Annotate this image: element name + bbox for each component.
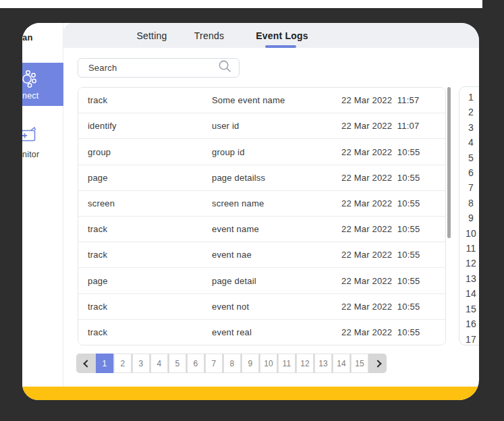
cell-name: event nae: [212, 250, 341, 260]
cell-name: user id: [212, 121, 341, 131]
line-number: 14: [459, 286, 479, 301]
line-number: 8: [459, 196, 479, 210]
table-row[interactable]: trackevent nae22 Mar 2022 10:55: [78, 242, 445, 268]
search-placeholder: Search: [88, 63, 218, 73]
pagination-page-12[interactable]: 12: [296, 354, 314, 373]
line-number: 6: [459, 165, 479, 180]
cell-type: track: [88, 95, 212, 105]
cell-name: Some event name: [212, 95, 341, 105]
line-number: 10: [459, 226, 479, 241]
chevron-right-icon: [374, 360, 381, 367]
table-row[interactable]: identifyuser id22 Mar 2022 11:07: [78, 113, 445, 139]
line-number: 7: [459, 180, 479, 195]
cell-date: 22 Mar 2022 10:55: [341, 224, 420, 234]
cell-date: 22 Mar 2022 11:57: [341, 95, 419, 105]
table-row[interactable]: screenscreen name22 Mar 2022 10:55: [78, 191, 445, 217]
table-row[interactable]: pagepage detailss22 Mar 2022 10:55: [78, 165, 445, 191]
cell-type: group: [88, 147, 212, 157]
sidebar: an nect nitor: [22, 23, 63, 387]
tab-bar: Setting Trends Event Logs: [63, 23, 479, 48]
line-number-panel: 1234567891011121314151617: [459, 86, 479, 345]
pagination-page-9[interactable]: 9: [242, 354, 259, 373]
monitor-plus-icon: [22, 125, 38, 147]
line-number: 2: [459, 105, 479, 119]
table-scrollbar-thumb[interactable]: [447, 87, 451, 238]
cell-name: event not: [212, 302, 341, 312]
line-number: 4: [459, 135, 479, 150]
sidebar-item-label: nitor: [22, 150, 39, 159]
brand-text: an: [22, 32, 33, 43]
line-number: 5: [459, 150, 479, 165]
table-row[interactable]: trackevent name22 Mar 2022 10:55: [78, 217, 445, 242]
pagination-page-11[interactable]: 11: [278, 354, 296, 373]
pagination: 123456789101112131415: [76, 354, 387, 373]
cell-type: identify: [88, 121, 212, 131]
pagination-page-3[interactable]: 3: [132, 354, 150, 373]
cell-name: event real: [212, 327, 341, 337]
tab-setting[interactable]: Setting: [137, 30, 167, 41]
pagination-page-1[interactable]: 1: [96, 354, 113, 373]
cell-name: event name: [212, 224, 341, 234]
pagination-page-4[interactable]: 4: [150, 354, 168, 373]
pagination-pages: 123456789101112131415: [96, 354, 368, 373]
pagination-page-8[interactable]: 8: [223, 354, 241, 373]
tab-trends[interactable]: Trends: [194, 30, 224, 41]
cell-type: track: [88, 327, 212, 337]
search-input[interactable]: Search: [78, 58, 240, 78]
tab-event-logs[interactable]: Event Logs: [256, 30, 308, 41]
cell-name: screen name: [212, 198, 341, 208]
search-icon: [218, 59, 232, 76]
app-window: an nect nitor: [22, 23, 479, 400]
footer-accent-bar: [22, 387, 479, 400]
cell-date: 22 Mar 2022 10:55: [341, 250, 420, 260]
line-number: 16: [459, 316, 479, 331]
frame-notch: [482, 0, 504, 9]
table-row[interactable]: trackSome event name22 Mar 2022 11:57: [78, 88, 445, 113]
pagination-page-2[interactable]: 2: [114, 354, 132, 373]
pagination-next-button[interactable]: [369, 354, 387, 373]
pagination-page-15[interactable]: 15: [351, 354, 368, 373]
sidebar-item-monitor[interactable]: nitor: [22, 123, 63, 165]
line-number: 17: [459, 332, 479, 346]
pagination-prev-button[interactable]: [76, 354, 95, 373]
line-number: 3: [459, 120, 479, 135]
cell-type: track: [88, 224, 212, 234]
cell-type: page: [88, 173, 212, 183]
line-number: 9: [459, 210, 479, 225]
pagination-page-14[interactable]: 14: [333, 354, 350, 373]
pagination-page-13[interactable]: 13: [314, 354, 332, 373]
line-number: 13: [459, 271, 479, 286]
pagination-page-7[interactable]: 7: [205, 354, 223, 373]
cell-type: screen: [88, 198, 212, 208]
pagination-page-10[interactable]: 10: [260, 354, 277, 373]
cell-date: 22 Mar 2022 10:55: [341, 147, 420, 157]
cell-type: page: [88, 276, 212, 286]
cell-type: track: [88, 302, 212, 312]
line-number: 11: [459, 241, 479, 256]
cell-date: 22 Mar 2022 10:55: [341, 173, 420, 183]
cell-date: 22 Mar 2022 10:55: [341, 276, 420, 286]
cell-name: page detailss: [212, 173, 341, 183]
line-number: 1: [459, 90, 479, 105]
cell-date: 22 Mar 2022 10:55: [341, 302, 420, 312]
chevron-left-icon: [83, 360, 90, 367]
line-number: 15: [459, 302, 479, 316]
cell-date: 22 Mar 2022 10:55: [341, 198, 420, 208]
hub-icon: [22, 67, 41, 93]
active-tab-underline: [265, 45, 296, 48]
pagination-page-6[interactable]: 6: [187, 354, 204, 373]
table-row[interactable]: groupgroup id22 Mar 2022 10:55: [78, 139, 445, 165]
table-row[interactable]: trackevent real22 Mar 2022 10:55: [78, 320, 445, 345]
table-row[interactable]: pagepage detail22 Mar 2022 10:55: [78, 268, 445, 293]
cell-date: 22 Mar 2022 11:07: [341, 121, 419, 131]
sidebar-item-connect[interactable]: nect: [22, 63, 63, 106]
pagination-page-5[interactable]: 5: [169, 354, 186, 373]
line-number: 12: [459, 256, 479, 271]
table-row[interactable]: trackevent not22 Mar 2022 10:55: [78, 294, 445, 320]
event-log-table: trackSome event name22 Mar 2022 11:57ide…: [78, 87, 446, 345]
cell-date: 22 Mar 2022 10:55: [341, 327, 420, 337]
cell-name: group id: [212, 147, 341, 157]
cell-type: track: [88, 250, 212, 260]
sidebar-item-label: nect: [22, 91, 38, 101]
cell-name: page detail: [212, 276, 341, 286]
